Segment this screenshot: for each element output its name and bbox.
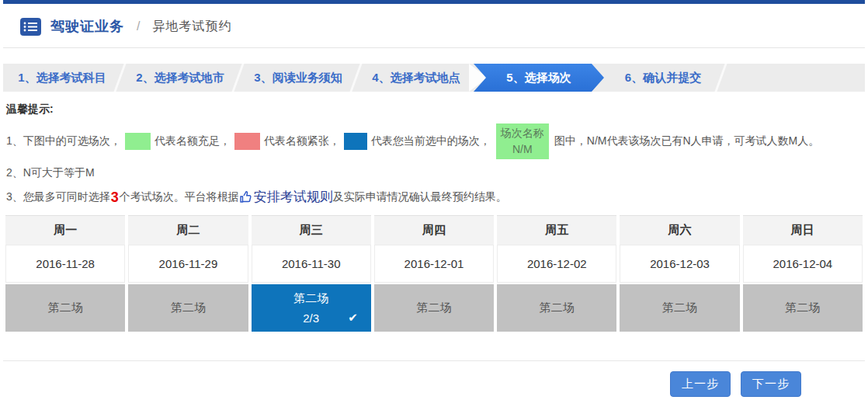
step-2-choose-city: 2、选择考试地市 bbox=[121, 64, 239, 92]
session-name: 第二场 bbox=[293, 291, 328, 306]
session-cell-mon[interactable]: 第二场 bbox=[5, 284, 125, 332]
tip3-part2: 个考试场次。平台将根据 bbox=[120, 190, 239, 204]
exam-rules-link-label: 安排考试规则 bbox=[254, 188, 333, 206]
weekday-header: 周二 bbox=[128, 215, 248, 245]
tip1-green-label: 代表名额充足， bbox=[155, 134, 231, 148]
step-label: 3、阅读业务须知 bbox=[254, 71, 342, 85]
tip1-blue-label: 代表您当前选中的场次， bbox=[371, 134, 491, 148]
date-cell: 2016-11-29 bbox=[128, 245, 248, 283]
tips-section: 温馨提示: 1、下图中的可选场次， 代表名额充足， 代表名额紧张， 代表您当前选… bbox=[6, 103, 862, 206]
weekday-header: 周五 bbox=[497, 215, 616, 245]
date-cell: 2016-12-01 bbox=[374, 245, 494, 283]
step-label: 5、选择场次 bbox=[506, 71, 571, 85]
weekday-header-row: 周一 周二 周三 周四 周五 周六 周日 bbox=[5, 215, 863, 245]
legend-selected-swatch bbox=[344, 133, 367, 150]
step-label: 6、确认并提交 bbox=[625, 71, 701, 85]
tips-heading: 温馨提示: bbox=[6, 103, 862, 117]
max-session-count: 3 bbox=[110, 190, 120, 204]
tip-line-2: 2、N可大于等于M bbox=[6, 166, 862, 180]
legend-sample-cell: 场次名称 N/M bbox=[496, 123, 549, 159]
sample-session-name: 场次名称 bbox=[501, 125, 544, 141]
tip3-part3: 及实际申请情况确认最终预约结果。 bbox=[333, 190, 507, 204]
check-icon: ✔ bbox=[348, 311, 358, 325]
sample-session-ratio: N/M bbox=[512, 141, 533, 158]
weekday-header: 周六 bbox=[620, 215, 739, 245]
tip3-part1: 3、您最多可同时选择 bbox=[6, 190, 110, 204]
session-cell-sat[interactable]: 第二场 bbox=[620, 284, 739, 332]
date-cell: 2016-11-30 bbox=[252, 245, 371, 283]
weekday-header: 周日 bbox=[743, 215, 863, 245]
session-row: 第二场 第二场 第二场 2/3 ✔ 第二场 第二场 第二场 第二场 bbox=[5, 284, 863, 332]
step-4-choose-site: 4、选择考试地点 bbox=[357, 64, 475, 92]
session-cell-wed-selected[interactable]: 第二场 2/3 ✔ bbox=[252, 284, 371, 332]
date-row: 2016-11-28 2016-11-29 2016-11-30 2016-12… bbox=[5, 245, 863, 283]
session-cell-thu[interactable]: 第二场 bbox=[374, 284, 494, 332]
date-cell: 2016-12-02 bbox=[497, 245, 616, 283]
date-cell: 2016-12-03 bbox=[620, 245, 739, 283]
list-icon bbox=[20, 18, 41, 36]
date-cell: 2016-12-04 bbox=[743, 245, 863, 283]
weekday-header: 周四 bbox=[374, 215, 494, 245]
session-schedule-table: 周一 周二 周三 周四 周五 周六 周日 2016-11-28 2016-11-… bbox=[5, 215, 863, 332]
step-6-confirm-submit: 6、确认并提交 bbox=[604, 64, 722, 92]
date-cell: 2016-11-28 bbox=[5, 245, 125, 283]
stepbar-filler bbox=[722, 64, 865, 92]
session-ratio: 2/3 bbox=[303, 311, 319, 325]
tip-line-1: 1、下图中的可选场次， 代表名额充足， 代表名额紧张， 代表您当前选中的场次， … bbox=[6, 123, 862, 159]
breadcrumb-category[interactable]: 驾驶证业务 bbox=[50, 17, 124, 36]
tip1-red-label: 代表名额紧张， bbox=[264, 134, 340, 148]
weekday-header: 周一 bbox=[5, 215, 125, 245]
page-title: 异地考试预约 bbox=[152, 19, 231, 35]
step-label: 4、选择考试地点 bbox=[372, 71, 460, 85]
legend-tight-swatch bbox=[234, 133, 260, 150]
exam-rules-link[interactable]: 安排考试规则 bbox=[239, 188, 333, 206]
session-cell-tue[interactable]: 第二场 bbox=[128, 284, 248, 332]
step-3-read-notice: 3、阅读业务须知 bbox=[239, 64, 357, 92]
thumbs-up-icon bbox=[239, 190, 252, 203]
step-label: 2、选择考试地市 bbox=[136, 71, 224, 85]
next-step-button[interactable]: 下一步 bbox=[741, 371, 801, 397]
prev-step-button[interactable]: 上一步 bbox=[670, 371, 731, 397]
footer-actions: 上一步 下一步 bbox=[0, 361, 868, 397]
step-5-choose-session-active: 5、选择场次 bbox=[474, 64, 604, 92]
breadcrumb: 驾驶证业务 / 异地考试预约 bbox=[3, 4, 865, 48]
step-1-choose-subject: 1、选择考试科目 bbox=[3, 64, 121, 92]
weekday-header: 周三 bbox=[252, 215, 371, 245]
tip-line-3: 3、您最多可同时选择 3 个考试场次。平台将根据 安排考试规则 及实际申请情况确… bbox=[6, 188, 862, 206]
session-cell-fri[interactable]: 第二场 bbox=[497, 284, 616, 332]
session-cell-sun[interactable]: 第二场 bbox=[743, 284, 863, 332]
legend-available-swatch bbox=[125, 133, 151, 150]
step-label: 1、选择考试科目 bbox=[18, 71, 106, 85]
tip1-suffix: 图中，N/M代表该场次已有N人申请，可考试人数M人。 bbox=[554, 134, 819, 148]
tip1-prefix: 1、下图中的可选场次， bbox=[6, 134, 121, 148]
step-progress-bar: 1、选择考试科目 2、选择考试地市 3、阅读业务须知 4、选择考试地点 5、选择… bbox=[3, 64, 865, 92]
breadcrumb-separator: / bbox=[134, 19, 143, 33]
